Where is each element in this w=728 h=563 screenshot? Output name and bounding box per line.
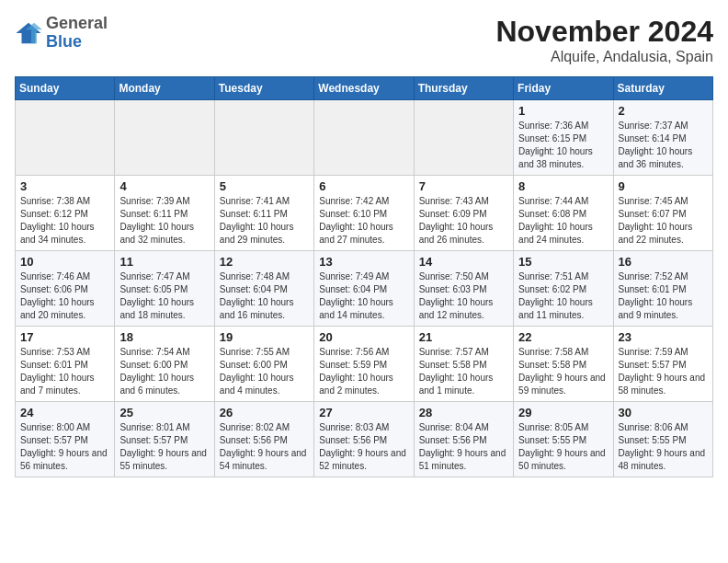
calendar-cell: 14Sunrise: 7:50 AM Sunset: 6:03 PM Dayli… xyxy=(414,251,513,327)
calendar-week-4: 17Sunrise: 7:53 AM Sunset: 6:01 PM Dayli… xyxy=(16,327,713,402)
day-number: 1 xyxy=(518,104,608,118)
day-info: Sunrise: 7:36 AM Sunset: 6:15 PM Dayligh… xyxy=(518,120,608,171)
weekday-header-wednesday: Wednesday xyxy=(314,77,414,100)
day-number: 7 xyxy=(419,179,508,193)
day-info: Sunrise: 7:41 AM Sunset: 6:11 PM Dayligh… xyxy=(220,195,309,247)
calendar-cell: 28Sunrise: 8:04 AM Sunset: 5:56 PM Dayli… xyxy=(414,402,513,477)
calendar-cell: 1Sunrise: 7:36 AM Sunset: 6:15 PM Daylig… xyxy=(514,100,613,176)
logo-icon xyxy=(15,19,42,47)
day-number: 11 xyxy=(119,255,209,269)
day-number: 4 xyxy=(119,179,209,193)
day-info: Sunrise: 8:04 AM Sunset: 5:56 PM Dayligh… xyxy=(419,421,508,473)
calendar-cell: 2Sunrise: 7:37 AM Sunset: 6:14 PM Daylig… xyxy=(613,100,712,176)
day-info: Sunrise: 8:03 AM Sunset: 5:56 PM Dayligh… xyxy=(319,421,408,473)
calendar-cell xyxy=(115,100,214,176)
day-number: 19 xyxy=(220,330,309,344)
day-info: Sunrise: 7:54 AM Sunset: 6:00 PM Dayligh… xyxy=(119,346,209,397)
day-info: Sunrise: 7:53 AM Sunset: 6:01 PM Dayligh… xyxy=(20,346,109,397)
day-info: Sunrise: 7:58 AM Sunset: 5:58 PM Dayligh… xyxy=(518,346,608,397)
day-info: Sunrise: 7:59 AM Sunset: 5:57 PM Dayligh… xyxy=(619,346,708,397)
calendar-cell: 24Sunrise: 8:00 AM Sunset: 5:57 PM Dayli… xyxy=(16,402,115,477)
logo-blue: Blue xyxy=(46,33,108,52)
calendar-cell: 3Sunrise: 7:38 AM Sunset: 6:12 PM Daylig… xyxy=(16,176,115,251)
calendar-week-5: 24Sunrise: 8:00 AM Sunset: 5:57 PM Dayli… xyxy=(16,402,713,477)
calendar-cell: 7Sunrise: 7:43 AM Sunset: 6:09 PM Daylig… xyxy=(414,176,513,251)
day-number: 21 xyxy=(419,330,508,344)
day-number: 16 xyxy=(619,255,708,269)
weekday-header-friday: Friday xyxy=(514,77,613,100)
calendar-cell: 17Sunrise: 7:53 AM Sunset: 6:01 PM Dayli… xyxy=(16,327,115,402)
calendar-cell: 29Sunrise: 8:05 AM Sunset: 5:55 PM Dayli… xyxy=(514,402,613,477)
day-number: 24 xyxy=(20,406,109,419)
page-header: General Blue November 2024 Alquife, Anda… xyxy=(15,15,713,65)
calendar-cell: 13Sunrise: 7:49 AM Sunset: 6:04 PM Dayli… xyxy=(314,251,414,327)
calendar-cell: 4Sunrise: 7:39 AM Sunset: 6:11 PM Daylig… xyxy=(115,176,214,251)
logo: General Blue xyxy=(15,15,108,52)
calendar-cell: 22Sunrise: 7:58 AM Sunset: 5:58 PM Dayli… xyxy=(514,327,613,402)
calendar-cell: 15Sunrise: 7:51 AM Sunset: 6:02 PM Dayli… xyxy=(514,251,613,327)
day-number: 17 xyxy=(20,330,109,344)
calendar-cell: 23Sunrise: 7:59 AM Sunset: 5:57 PM Dayli… xyxy=(613,327,712,402)
day-info: Sunrise: 8:02 AM Sunset: 5:56 PM Dayligh… xyxy=(220,421,309,473)
logo-text: General Blue xyxy=(46,15,108,52)
calendar-cell: 6Sunrise: 7:42 AM Sunset: 6:10 PM Daylig… xyxy=(314,176,414,251)
page-subtitle: Alquife, Andalusia, Spain xyxy=(495,49,713,65)
calendar-header: SundayMondayTuesdayWednesdayThursdayFrid… xyxy=(16,77,713,100)
day-info: Sunrise: 7:48 AM Sunset: 6:04 PM Dayligh… xyxy=(220,270,309,322)
weekday-header-monday: Monday xyxy=(115,77,214,100)
day-info: Sunrise: 7:51 AM Sunset: 6:02 PM Dayligh… xyxy=(518,270,608,322)
calendar-cell: 27Sunrise: 8:03 AM Sunset: 5:56 PM Dayli… xyxy=(314,402,414,477)
calendar-cell: 25Sunrise: 8:01 AM Sunset: 5:57 PM Dayli… xyxy=(115,402,214,477)
day-info: Sunrise: 7:44 AM Sunset: 6:08 PM Dayligh… xyxy=(518,195,608,247)
calendar-cell xyxy=(414,100,513,176)
calendar-cell: 12Sunrise: 7:48 AM Sunset: 6:04 PM Dayli… xyxy=(214,251,313,327)
day-number: 26 xyxy=(220,406,309,419)
logo-general: General xyxy=(46,15,108,33)
calendar-cell: 5Sunrise: 7:41 AM Sunset: 6:11 PM Daylig… xyxy=(214,176,313,251)
day-number: 5 xyxy=(220,179,309,193)
day-number: 2 xyxy=(619,104,708,118)
day-number: 20 xyxy=(319,330,408,344)
day-number: 27 xyxy=(319,406,408,419)
day-info: Sunrise: 7:45 AM Sunset: 6:07 PM Dayligh… xyxy=(619,195,708,247)
day-info: Sunrise: 8:00 AM Sunset: 5:57 PM Dayligh… xyxy=(20,421,109,473)
weekday-row: SundayMondayTuesdayWednesdayThursdayFrid… xyxy=(16,77,713,100)
day-number: 8 xyxy=(518,179,608,193)
day-info: Sunrise: 7:38 AM Sunset: 6:12 PM Dayligh… xyxy=(20,195,109,247)
day-number: 12 xyxy=(220,255,309,269)
day-number: 10 xyxy=(20,255,109,269)
calendar-cell: 26Sunrise: 8:02 AM Sunset: 5:56 PM Dayli… xyxy=(214,402,313,477)
calendar-cell: 16Sunrise: 7:52 AM Sunset: 6:01 PM Dayli… xyxy=(613,251,712,327)
day-info: Sunrise: 7:55 AM Sunset: 6:00 PM Dayligh… xyxy=(220,346,309,397)
calendar-cell: 21Sunrise: 7:57 AM Sunset: 5:58 PM Dayli… xyxy=(414,327,513,402)
day-number: 29 xyxy=(518,406,608,419)
calendar-cell xyxy=(314,100,414,176)
day-number: 3 xyxy=(20,179,109,193)
day-info: Sunrise: 7:43 AM Sunset: 6:09 PM Dayligh… xyxy=(419,195,508,247)
day-number: 18 xyxy=(119,330,209,344)
day-number: 25 xyxy=(119,406,209,419)
day-number: 22 xyxy=(518,330,608,344)
day-number: 23 xyxy=(619,330,708,344)
day-info: Sunrise: 7:42 AM Sunset: 6:10 PM Dayligh… xyxy=(319,195,408,247)
calendar-cell xyxy=(16,100,115,176)
calendar-cell: 19Sunrise: 7:55 AM Sunset: 6:00 PM Dayli… xyxy=(214,327,313,402)
day-info: Sunrise: 7:50 AM Sunset: 6:03 PM Dayligh… xyxy=(419,270,508,322)
calendar-body: 1Sunrise: 7:36 AM Sunset: 6:15 PM Daylig… xyxy=(16,100,713,477)
weekday-header-tuesday: Tuesday xyxy=(214,77,313,100)
weekday-header-thursday: Thursday xyxy=(414,77,513,100)
calendar-week-3: 10Sunrise: 7:46 AM Sunset: 6:06 PM Dayli… xyxy=(16,251,713,327)
calendar-cell: 10Sunrise: 7:46 AM Sunset: 6:06 PM Dayli… xyxy=(16,251,115,327)
calendar-week-2: 3Sunrise: 7:38 AM Sunset: 6:12 PM Daylig… xyxy=(16,176,713,251)
day-number: 6 xyxy=(319,179,408,193)
calendar-cell: 30Sunrise: 8:06 AM Sunset: 5:55 PM Dayli… xyxy=(613,402,712,477)
calendar-cell: 9Sunrise: 7:45 AM Sunset: 6:07 PM Daylig… xyxy=(613,176,712,251)
day-info: Sunrise: 7:56 AM Sunset: 5:59 PM Dayligh… xyxy=(319,346,408,397)
calendar-cell: 18Sunrise: 7:54 AM Sunset: 6:00 PM Dayli… xyxy=(115,327,214,402)
page-title: November 2024 xyxy=(495,15,713,49)
day-info: Sunrise: 7:57 AM Sunset: 5:58 PM Dayligh… xyxy=(419,346,508,397)
calendar-week-1: 1Sunrise: 7:36 AM Sunset: 6:15 PM Daylig… xyxy=(16,100,713,176)
calendar-cell: 8Sunrise: 7:44 AM Sunset: 6:08 PM Daylig… xyxy=(514,176,613,251)
day-info: Sunrise: 7:39 AM Sunset: 6:11 PM Dayligh… xyxy=(119,195,209,247)
day-number: 15 xyxy=(518,255,608,269)
